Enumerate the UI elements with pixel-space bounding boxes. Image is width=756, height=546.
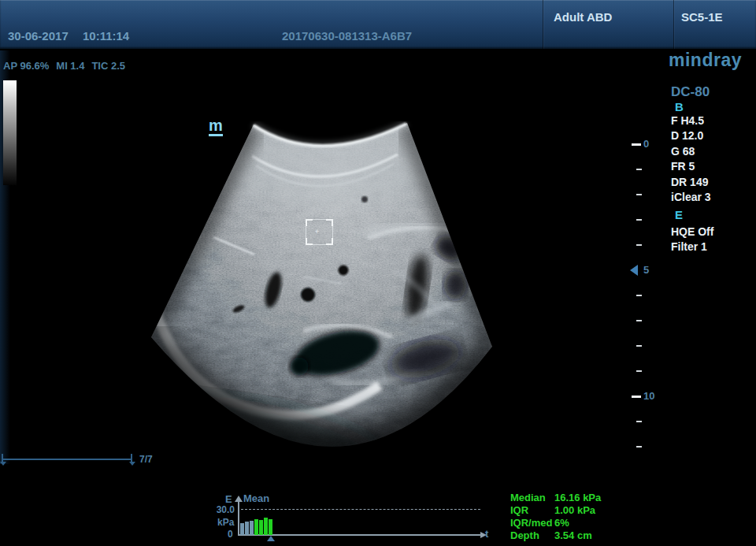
current-frame-marker-icon: [267, 536, 275, 541]
trend-bar-6: [264, 518, 268, 535]
measurement-value-iqr-med: 6%: [554, 517, 569, 529]
depth-tick-minor: [636, 446, 642, 448]
depth-tick-major: [632, 396, 641, 398]
depth-tick-major: [632, 143, 641, 146]
measurement-label-iqr-med: IQR/med: [510, 517, 553, 529]
graph-title: Mean: [243, 492, 269, 504]
trend-bar-5: [259, 520, 263, 535]
trend-bar-4: [254, 519, 258, 535]
b-mode-image: [0, 0, 756, 546]
measurement-label-median: Median: [510, 492, 553, 503]
depth-tick-minor: [636, 169, 642, 170]
ultrasound-workstation-screen: 30-06-2017 10:11:14 20170630-081313-A6B7…: [0, 0, 756, 546]
depth-tick-minor: [636, 320, 642, 321]
cine-end-tick: [131, 454, 132, 462]
graph-unit-label: kPa: [217, 517, 234, 528]
trend-bar-3: [250, 521, 254, 535]
cine-progress-bar[interactable]: [2, 459, 132, 460]
trend-bar-7: [269, 519, 272, 535]
roi-corner: [326, 219, 333, 226]
graph-ref-value: 30.0: [211, 504, 235, 515]
graph-x-axis-name: t: [485, 528, 488, 540]
graph-y-axis: [238, 501, 239, 536]
graph-y-axis-name: E: [225, 493, 232, 505]
measurement-label-depth: Depth: [510, 529, 553, 541]
orientation-marker: m: [209, 117, 223, 136]
roi-corner: [306, 219, 313, 226]
measurement-label-iqr: IQR: [510, 504, 553, 516]
measurement-value-median: 16.16 kPa: [554, 492, 601, 503]
depth-tick-minor: [636, 219, 642, 221]
cine-start-marker: [0, 462, 6, 466]
roi-cursor: +: [315, 228, 319, 236]
elasto-roi-box[interactable]: +: [306, 219, 333, 245]
vessel-dark: [301, 288, 315, 302]
depth-tick-minor: [636, 370, 642, 372]
focus-position-arrow-icon[interactable]: [630, 265, 638, 276]
trend-bar-2: [245, 522, 249, 535]
cine-end-marker: [129, 462, 135, 466]
depth-label-10: 10: [643, 390, 654, 402]
graph-x-axis: [238, 534, 482, 536]
depth-tick-minor: [636, 194, 642, 195]
trend-bar-1: [240, 523, 244, 535]
roi-corner: [306, 238, 313, 245]
measurement-value-iqr: 1.00 kPa: [554, 504, 595, 516]
graph-reference-line: [241, 509, 480, 510]
vessel-dark: [339, 266, 349, 276]
depth-label-0: 0: [643, 138, 649, 150]
roi-corner: [326, 238, 333, 245]
cine-start-tick: [2, 454, 3, 462]
cine-frame-counter: 7/7: [139, 454, 153, 465]
depth-tick-minor: [636, 421, 642, 422]
graph-zero-label: 0: [228, 529, 233, 540]
depth-label-5: 5: [643, 264, 649, 276]
measurement-value-depth: 3.54 cm: [554, 529, 592, 541]
depth-tick-minor: [636, 295, 642, 296]
depth-tick-minor: [636, 345, 642, 347]
depth-tick-minor: [636, 244, 642, 246]
